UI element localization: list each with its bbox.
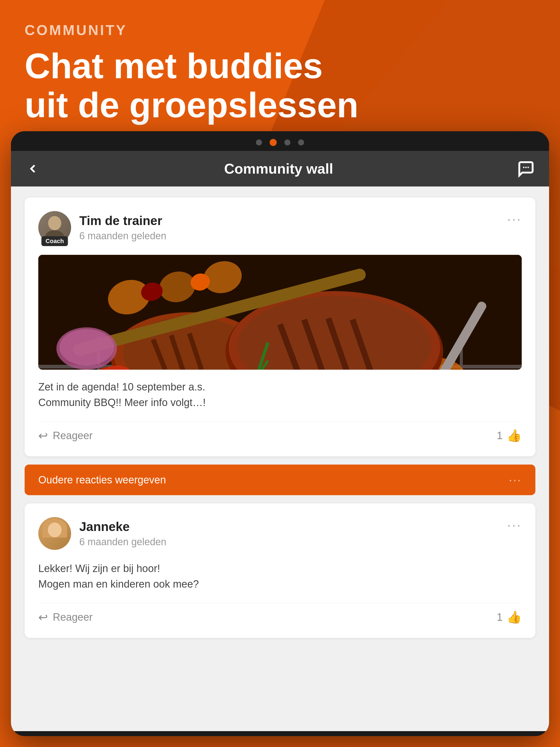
older-reactions-bar[interactable]: Oudere reacties weergeven ··· bbox=[25, 465, 535, 495]
post-2-author-name: Janneke bbox=[79, 519, 166, 534]
post-1-image bbox=[38, 255, 522, 370]
post-1-footer: ↩ Reageer 1 👍 bbox=[38, 421, 522, 443]
svg-point-2 bbox=[527, 166, 529, 168]
post-1-like-count: 1 bbox=[497, 430, 503, 442]
post-1-menu-dots[interactable]: ··· bbox=[507, 211, 522, 227]
svg-point-1 bbox=[525, 166, 526, 168]
post-2-footer: ↩ Reageer 1 👍 bbox=[38, 603, 522, 624]
svg-point-0 bbox=[523, 166, 524, 168]
dot-4 bbox=[298, 139, 304, 146]
nav-bar: Community wall bbox=[11, 151, 549, 186]
post-2-reply-label: Reageer bbox=[53, 611, 93, 623]
dot-1 bbox=[256, 139, 262, 146]
post-1-text: Zet in de agenda! 10 september a.s. Comm… bbox=[38, 379, 522, 410]
post-2-like-area[interactable]: 1 👍 bbox=[497, 610, 522, 624]
hero-title-line1: Chat met buddies bbox=[25, 47, 535, 85]
community-label: COMMUNITY bbox=[25, 22, 535, 38]
older-reactions-dots: ··· bbox=[509, 473, 522, 486]
chat-icon[interactable] bbox=[516, 159, 535, 178]
reply-icon-2: ↩ bbox=[38, 611, 48, 624]
post-2-text: Lekker! Wij zijn er bij hoor! Mogen man … bbox=[38, 561, 522, 592]
device-frame: Community wall Coach bbox=[11, 131, 549, 736]
janneke-avatar bbox=[38, 517, 71, 550]
post-2-avatar-wrapper bbox=[38, 517, 71, 550]
coach-badge: Coach bbox=[41, 236, 68, 246]
dot-3 bbox=[284, 139, 290, 146]
post-1-like-area[interactable]: 1 👍 bbox=[497, 429, 522, 443]
post-1-avatar-wrapper: Coach bbox=[38, 211, 71, 244]
device-dots bbox=[11, 131, 549, 151]
post-1-reply-label: Reageer bbox=[53, 430, 93, 442]
svg-rect-47 bbox=[38, 255, 522, 370]
header-area: COMMUNITY Chat met buddies uit de groeps… bbox=[0, 0, 560, 141]
nav-title: Community wall bbox=[224, 160, 333, 177]
app-screen: Community wall Coach bbox=[11, 151, 549, 731]
reply-icon: ↩ bbox=[38, 429, 48, 442]
post-2-author-time: 6 maanden geleden bbox=[79, 536, 166, 548]
like-icon: 👍 bbox=[507, 429, 522, 443]
post-card-1: Coach Tim de trainer 6 maanden geleden ·… bbox=[25, 198, 535, 456]
post-2-author-text: Janneke 6 maanden geleden bbox=[79, 519, 166, 548]
older-reactions-text: Oudere reacties weergeven bbox=[38, 474, 166, 486]
post-1-reply-btn[interactable]: ↩ Reageer bbox=[38, 429, 93, 442]
hero-title: Chat met buddies uit de groepslessen bbox=[25, 47, 535, 125]
post-2-header: Janneke 6 maanden geleden ··· bbox=[38, 517, 522, 550]
post-1-author-info: Coach Tim de trainer 6 maanden geleden bbox=[38, 211, 166, 244]
post-1-author-name: Tim de trainer bbox=[79, 213, 166, 228]
post-card-2: Janneke 6 maanden geleden ··· Lekker! Wi… bbox=[25, 504, 535, 638]
post-2-author-info: Janneke 6 maanden geleden bbox=[38, 517, 166, 550]
hero-title-line2: uit de groepslessen bbox=[25, 85, 535, 125]
post-1-author-time: 6 maanden geleden bbox=[79, 230, 166, 242]
like-icon-2: 👍 bbox=[507, 610, 522, 624]
post-2-like-count: 1 bbox=[497, 611, 503, 623]
post-1-header: Coach Tim de trainer 6 maanden geleden ·… bbox=[38, 211, 522, 244]
scroll-content[interactable]: Coach Tim de trainer 6 maanden geleden ·… bbox=[11, 186, 549, 731]
post-1-author-text: Tim de trainer 6 maanden geleden bbox=[79, 213, 166, 242]
post-2-menu-dots[interactable]: ··· bbox=[507, 517, 522, 533]
post-2-reply-btn[interactable]: ↩ Reageer bbox=[38, 611, 93, 624]
dot-2 bbox=[270, 139, 277, 146]
back-button[interactable] bbox=[25, 160, 41, 177]
